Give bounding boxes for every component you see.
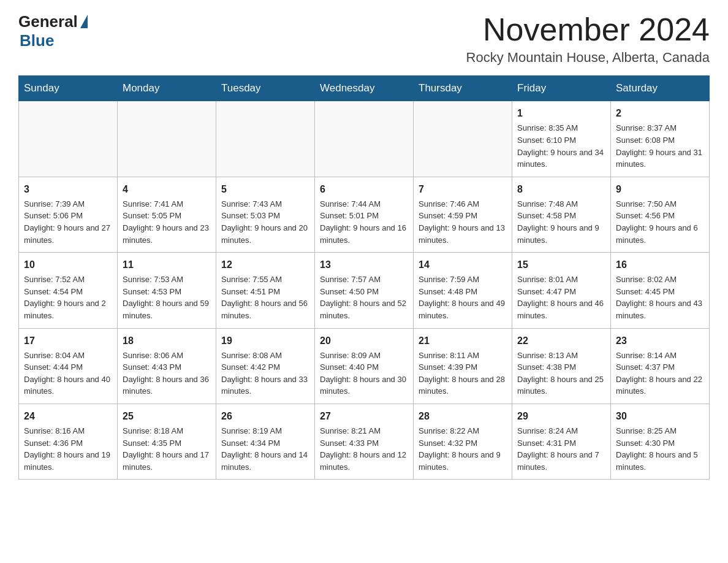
day-info: Sunrise: 8:35 AMSunset: 6:10 PMDaylight:…: [517, 123, 604, 169]
logo: General Blue: [18, 12, 88, 50]
calendar-cell: 19Sunrise: 8:08 AMSunset: 4:42 PMDayligh…: [216, 328, 315, 404]
day-number: 30: [616, 409, 704, 423]
calendar-cell: 3Sunrise: 7:39 AMSunset: 5:06 PMDaylight…: [19, 177, 118, 252]
day-number: 21: [419, 334, 507, 348]
day-info: Sunrise: 8:24 AMSunset: 4:31 PMDaylight:…: [517, 426, 599, 472]
calendar-cell: [216, 101, 315, 177]
day-info: Sunrise: 7:57 AMSunset: 4:50 PMDaylight:…: [320, 275, 406, 320]
day-of-week-header: Friday: [512, 76, 611, 101]
day-info: Sunrise: 7:43 AMSunset: 5:03 PMDaylight:…: [221, 199, 308, 245]
day-info: Sunrise: 8:02 AMSunset: 4:45 PMDaylight:…: [616, 275, 702, 320]
calendar-cell: 22Sunrise: 8:13 AMSunset: 4:38 PMDayligh…: [512, 328, 611, 404]
day-of-week-header: Monday: [118, 76, 216, 101]
calendar-week-row: 17Sunrise: 8:04 AMSunset: 4:44 PMDayligh…: [19, 328, 710, 404]
day-number: 29: [517, 409, 605, 423]
day-info: Sunrise: 7:53 AMSunset: 4:53 PMDaylight:…: [123, 275, 209, 320]
day-number: 11: [123, 258, 211, 272]
calendar-cell: 11Sunrise: 7:53 AMSunset: 4:53 PMDayligh…: [118, 253, 216, 328]
calendar-cell: 2Sunrise: 8:37 AMSunset: 6:08 PMDaylight…: [611, 101, 710, 177]
day-info: Sunrise: 8:14 AMSunset: 4:37 PMDaylight:…: [616, 351, 702, 396]
calendar-cell: 12Sunrise: 7:55 AMSunset: 4:51 PMDayligh…: [216, 253, 315, 328]
day-number: 6: [320, 182, 408, 196]
day-number: 4: [123, 182, 211, 196]
day-number: 27: [320, 409, 408, 423]
day-number: 25: [123, 409, 211, 423]
day-number: 1: [517, 106, 605, 120]
day-number: 14: [419, 258, 507, 272]
calendar-header: SundayMondayTuesdayWednesdayThursdayFrid…: [19, 76, 710, 101]
day-number: 17: [24, 334, 112, 348]
calendar-cell: 10Sunrise: 7:52 AMSunset: 4:54 PMDayligh…: [19, 253, 118, 328]
day-number: 13: [320, 258, 408, 272]
day-of-week-header: Wednesday: [315, 76, 414, 101]
day-number: 5: [221, 182, 309, 196]
calendar-cell: [19, 101, 118, 177]
day-of-week-header: Thursday: [414, 76, 512, 101]
days-of-week-row: SundayMondayTuesdayWednesdayThursdayFrid…: [19, 76, 710, 101]
calendar-cell: 28Sunrise: 8:22 AMSunset: 4:32 PMDayligh…: [414, 404, 512, 479]
day-number: 16: [616, 258, 704, 272]
day-number: 9: [616, 182, 704, 196]
day-info: Sunrise: 7:52 AMSunset: 4:54 PMDaylight:…: [24, 275, 106, 320]
calendar-cell: 27Sunrise: 8:21 AMSunset: 4:33 PMDayligh…: [315, 404, 414, 479]
calendar-body: 1Sunrise: 8:35 AMSunset: 6:10 PMDaylight…: [19, 101, 710, 480]
month-title: November 2024: [466, 12, 710, 47]
calendar-cell: 6Sunrise: 7:44 AMSunset: 5:01 PMDaylight…: [315, 177, 414, 252]
day-info: Sunrise: 8:21 AMSunset: 4:33 PMDaylight:…: [320, 426, 406, 472]
day-info: Sunrise: 8:01 AMSunset: 4:47 PMDaylight:…: [517, 275, 604, 320]
title-block: November 2024 Rocky Mountain House, Albe…: [466, 12, 710, 66]
calendar-cell: 1Sunrise: 8:35 AMSunset: 6:10 PMDaylight…: [512, 101, 611, 177]
day-info: Sunrise: 8:18 AMSunset: 4:35 PMDaylight:…: [123, 426, 209, 472]
day-info: Sunrise: 7:48 AMSunset: 4:58 PMDaylight:…: [517, 199, 599, 245]
day-number: 23: [616, 334, 704, 348]
day-info: Sunrise: 8:04 AMSunset: 4:44 PMDaylight:…: [24, 351, 110, 396]
day-number: 28: [419, 409, 507, 423]
day-number: 3: [24, 182, 112, 196]
day-info: Sunrise: 8:06 AMSunset: 4:43 PMDaylight:…: [123, 351, 209, 396]
day-info: Sunrise: 7:39 AMSunset: 5:06 PMDaylight:…: [24, 199, 110, 245]
calendar-cell: 9Sunrise: 7:50 AMSunset: 4:56 PMDaylight…: [611, 177, 710, 252]
day-info: Sunrise: 7:41 AMSunset: 5:05 PMDaylight:…: [123, 199, 209, 245]
day-info: Sunrise: 8:08 AMSunset: 4:42 PMDaylight:…: [221, 351, 308, 396]
calendar-week-row: 1Sunrise: 8:35 AMSunset: 6:10 PMDaylight…: [19, 101, 710, 177]
calendar-week-row: 3Sunrise: 7:39 AMSunset: 5:06 PMDaylight…: [19, 177, 710, 252]
day-number: 10: [24, 258, 112, 272]
day-number: 18: [123, 334, 211, 348]
day-of-week-header: Tuesday: [216, 76, 315, 101]
day-number: 24: [24, 409, 112, 423]
day-info: Sunrise: 8:25 AMSunset: 4:30 PMDaylight:…: [616, 426, 698, 472]
day-info: Sunrise: 8:37 AMSunset: 6:08 PMDaylight:…: [616, 123, 702, 169]
calendar-cell: [315, 101, 414, 177]
calendar-cell: 23Sunrise: 8:14 AMSunset: 4:37 PMDayligh…: [611, 328, 710, 404]
day-info: Sunrise: 8:09 AMSunset: 4:40 PMDaylight:…: [320, 351, 406, 396]
day-info: Sunrise: 8:11 AMSunset: 4:39 PMDaylight:…: [419, 351, 505, 396]
day-number: 7: [419, 182, 507, 196]
day-number: 8: [517, 182, 605, 196]
calendar-cell: 29Sunrise: 8:24 AMSunset: 4:31 PMDayligh…: [512, 404, 611, 479]
day-info: Sunrise: 7:44 AMSunset: 5:01 PMDaylight:…: [320, 199, 406, 245]
day-number: 19: [221, 334, 309, 348]
day-number: 2: [616, 106, 704, 120]
calendar-cell: 20Sunrise: 8:09 AMSunset: 4:40 PMDayligh…: [315, 328, 414, 404]
calendar-cell: [414, 101, 512, 177]
calendar-cell: 25Sunrise: 8:18 AMSunset: 4:35 PMDayligh…: [118, 404, 216, 479]
calendar-cell: 30Sunrise: 8:25 AMSunset: 4:30 PMDayligh…: [611, 404, 710, 479]
calendar-cell: 21Sunrise: 8:11 AMSunset: 4:39 PMDayligh…: [414, 328, 512, 404]
day-number: 20: [320, 334, 408, 348]
calendar-cell: 18Sunrise: 8:06 AMSunset: 4:43 PMDayligh…: [118, 328, 216, 404]
calendar-cell: 5Sunrise: 7:43 AMSunset: 5:03 PMDaylight…: [216, 177, 315, 252]
location-title: Rocky Mountain House, Alberta, Canada: [466, 50, 710, 66]
logo-blue: Blue: [20, 31, 54, 50]
calendar-week-row: 24Sunrise: 8:16 AMSunset: 4:36 PMDayligh…: [19, 404, 710, 479]
calendar-cell: 26Sunrise: 8:19 AMSunset: 4:34 PMDayligh…: [216, 404, 315, 479]
logo-triangle-icon: [80, 15, 88, 28]
day-info: Sunrise: 8:19 AMSunset: 4:34 PMDaylight:…: [221, 426, 308, 472]
calendar-cell: 16Sunrise: 8:02 AMSunset: 4:45 PMDayligh…: [611, 253, 710, 328]
day-of-week-header: Sunday: [19, 76, 118, 101]
day-number: 26: [221, 409, 309, 423]
calendar-cell: 15Sunrise: 8:01 AMSunset: 4:47 PMDayligh…: [512, 253, 611, 328]
day-info: Sunrise: 7:59 AMSunset: 4:48 PMDaylight:…: [419, 275, 505, 320]
logo-general: General: [18, 12, 78, 31]
day-number: 22: [517, 334, 605, 348]
calendar-cell: 7Sunrise: 7:46 AMSunset: 4:59 PMDaylight…: [414, 177, 512, 252]
